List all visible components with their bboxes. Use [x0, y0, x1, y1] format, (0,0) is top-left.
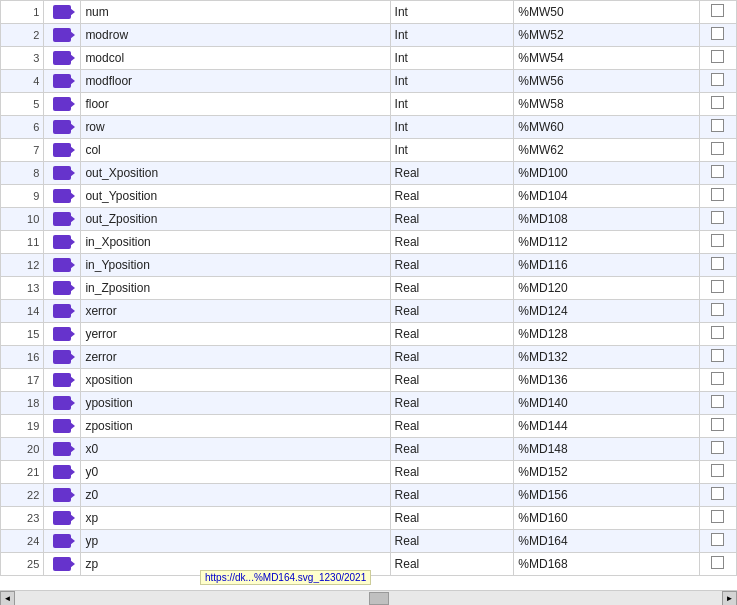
- variable-address: %MW56: [514, 70, 700, 93]
- variable-type: Int: [390, 1, 514, 24]
- variable-checkbox-cell[interactable]: [699, 530, 736, 553]
- variable-checkbox[interactable]: [711, 211, 724, 224]
- variable-checkbox[interactable]: [711, 487, 724, 500]
- variable-checkbox[interactable]: [711, 96, 724, 109]
- variable-checkbox[interactable]: [711, 349, 724, 362]
- scroll-left-button[interactable]: ◄: [0, 591, 15, 606]
- variable-icon: [53, 442, 71, 456]
- variable-name[interactable]: z0: [81, 484, 390, 507]
- variable-name[interactable]: yposition: [81, 392, 390, 415]
- table-row: 3 modcol Int %MW54: [1, 47, 737, 70]
- variable-checkbox-cell[interactable]: [699, 346, 736, 369]
- variable-checkbox[interactable]: [711, 441, 724, 454]
- variable-checkbox-cell[interactable]: [699, 139, 736, 162]
- variable-name[interactable]: yp: [81, 530, 390, 553]
- variable-checkbox-cell[interactable]: [699, 415, 736, 438]
- variable-checkbox-cell[interactable]: [699, 185, 736, 208]
- variable-checkbox-cell[interactable]: [699, 231, 736, 254]
- variable-checkbox[interactable]: [711, 280, 724, 293]
- variable-checkbox-cell[interactable]: [699, 1, 736, 24]
- variable-checkbox[interactable]: [711, 119, 724, 132]
- variable-address: %MD156: [514, 484, 700, 507]
- variable-checkbox-cell[interactable]: [699, 553, 736, 576]
- variable-checkbox-cell[interactable]: [699, 507, 736, 530]
- variable-name[interactable]: floor: [81, 93, 390, 116]
- variable-type: Real: [390, 323, 514, 346]
- variable-checkbox[interactable]: [711, 142, 724, 155]
- variable-name[interactable]: y0: [81, 461, 390, 484]
- variable-name[interactable]: out_Yposition: [81, 185, 390, 208]
- variable-checkbox-cell[interactable]: [699, 323, 736, 346]
- variable-name[interactable]: in_Zposition: [81, 277, 390, 300]
- horizontal-scrollbar[interactable]: ◄ ►: [0, 590, 737, 605]
- variable-checkbox[interactable]: [711, 303, 724, 316]
- variable-checkbox-cell[interactable]: [699, 116, 736, 139]
- variable-name[interactable]: modrow: [81, 24, 390, 47]
- variable-name[interactable]: out_Zposition: [81, 208, 390, 231]
- variable-checkbox[interactable]: [711, 188, 724, 201]
- variable-type: Real: [390, 254, 514, 277]
- variable-checkbox[interactable]: [711, 27, 724, 40]
- variable-checkbox-cell[interactable]: [699, 277, 736, 300]
- variable-checkbox[interactable]: [711, 165, 724, 178]
- table-row: 4 modfloor Int %MW56: [1, 70, 737, 93]
- variable-checkbox[interactable]: [711, 395, 724, 408]
- variable-checkbox-cell[interactable]: [699, 392, 736, 415]
- variable-name[interactable]: x0: [81, 438, 390, 461]
- row-number: 9: [1, 185, 44, 208]
- table-row: 21 y0 Real %MD152: [1, 461, 737, 484]
- variable-name[interactable]: zerror: [81, 346, 390, 369]
- variable-name[interactable]: xp: [81, 507, 390, 530]
- variable-address: %MD164: [514, 530, 700, 553]
- variable-name[interactable]: xerror: [81, 300, 390, 323]
- variable-checkbox[interactable]: [711, 510, 724, 523]
- variable-checkbox-cell[interactable]: [699, 484, 736, 507]
- variable-checkbox-cell[interactable]: [699, 162, 736, 185]
- variable-name[interactable]: col: [81, 139, 390, 162]
- variable-name[interactable]: yerror: [81, 323, 390, 346]
- variable-checkbox[interactable]: [711, 418, 724, 431]
- variable-name[interactable]: out_Xposition: [81, 162, 390, 185]
- variable-checkbox-cell[interactable]: [699, 70, 736, 93]
- variable-name[interactable]: modcol: [81, 47, 390, 70]
- variable-checkbox[interactable]: [711, 4, 724, 17]
- scroll-thumb[interactable]: [369, 592, 389, 605]
- variable-checkbox-cell[interactable]: [699, 93, 736, 116]
- variable-checkbox-cell[interactable]: [699, 369, 736, 392]
- variable-type: Real: [390, 346, 514, 369]
- variable-name[interactable]: xposition: [81, 369, 390, 392]
- table-row: 12 in_Yposition Real %MD116: [1, 254, 737, 277]
- variable-checkbox-cell[interactable]: [699, 300, 736, 323]
- variable-checkbox[interactable]: [711, 533, 724, 546]
- variable-checkbox-cell[interactable]: [699, 24, 736, 47]
- variable-checkbox-cell[interactable]: [699, 438, 736, 461]
- variable-checkbox[interactable]: [711, 372, 724, 385]
- variable-type: Real: [390, 484, 514, 507]
- variable-name[interactable]: in_Yposition: [81, 254, 390, 277]
- variable-name[interactable]: zposition: [81, 415, 390, 438]
- row-number: 1: [1, 1, 44, 24]
- variable-checkbox[interactable]: [711, 326, 724, 339]
- variable-checkbox-cell[interactable]: [699, 254, 736, 277]
- variable-name[interactable]: num: [81, 1, 390, 24]
- variable-checkbox-cell[interactable]: [699, 208, 736, 231]
- variable-checkbox[interactable]: [711, 556, 724, 569]
- variable-name[interactable]: row: [81, 116, 390, 139]
- variable-name[interactable]: zp: [81, 553, 390, 576]
- variable-checkbox-cell[interactable]: [699, 461, 736, 484]
- row-number: 14: [1, 300, 44, 323]
- scroll-right-button[interactable]: ►: [722, 591, 737, 606]
- variable-icon: [53, 557, 71, 571]
- variable-checkbox[interactable]: [711, 464, 724, 477]
- variable-name[interactable]: modfloor: [81, 70, 390, 93]
- variable-name[interactable]: in_Xposition: [81, 231, 390, 254]
- variable-checkbox[interactable]: [711, 234, 724, 247]
- scroll-track[interactable]: [15, 591, 722, 606]
- variable-checkbox[interactable]: [711, 73, 724, 86]
- row-number: 13: [1, 277, 44, 300]
- variable-checkbox[interactable]: [711, 50, 724, 63]
- row-number: 21: [1, 461, 44, 484]
- row-icon-cell: [44, 553, 81, 576]
- variable-checkbox-cell[interactable]: [699, 47, 736, 70]
- variable-checkbox[interactable]: [711, 257, 724, 270]
